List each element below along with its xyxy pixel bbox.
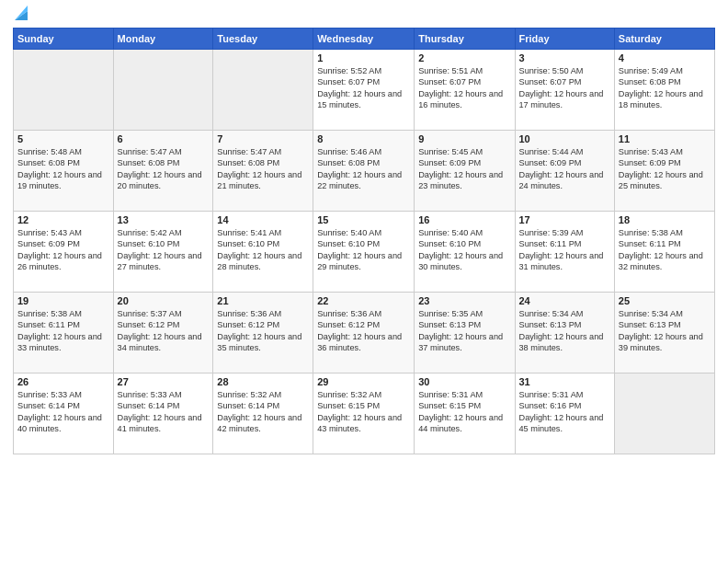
calendar-cell: 1Sunrise: 5:52 AM Sunset: 6:07 PM Daylig… [313, 50, 415, 131]
day-info: Sunrise: 5:50 AM Sunset: 6:07 PM Dayligh… [519, 65, 610, 111]
day-info: Sunrise: 5:31 AM Sunset: 6:15 PM Dayligh… [418, 389, 510, 435]
calendar-cell: 2Sunrise: 5:51 AM Sunset: 6:07 PM Daylig… [415, 50, 515, 131]
day-number: 18 [619, 214, 711, 225]
day-info: Sunrise: 5:44 AM Sunset: 6:09 PM Dayligh… [519, 146, 610, 192]
calendar-cell: 25Sunrise: 5:34 AM Sunset: 6:13 PM Dayli… [614, 293, 714, 373]
day-info: Sunrise: 5:43 AM Sunset: 6:09 PM Dayligh… [17, 227, 109, 273]
day-info: Sunrise: 5:40 AM Sunset: 6:10 PM Dayligh… [317, 227, 410, 273]
calendar-cell: 21Sunrise: 5:36 AM Sunset: 6:12 PM Dayli… [213, 293, 313, 373]
day-info: Sunrise: 5:36 AM Sunset: 6:12 PM Dayligh… [217, 308, 309, 354]
day-number: 16 [418, 214, 510, 225]
calendar-cell: 3Sunrise: 5:50 AM Sunset: 6:07 PM Daylig… [515, 50, 614, 131]
day-info: Sunrise: 5:35 AM Sunset: 6:13 PM Dayligh… [418, 308, 510, 354]
day-info: Sunrise: 5:51 AM Sunset: 6:07 PM Dayligh… [418, 65, 510, 111]
calendar-cell: 15Sunrise: 5:40 AM Sunset: 6:10 PM Dayli… [313, 212, 415, 293]
day-info: Sunrise: 5:32 AM Sunset: 6:14 PM Dayligh… [217, 389, 309, 435]
day-info: Sunrise: 5:33 AM Sunset: 6:14 PM Dayligh… [118, 389, 210, 435]
day-number: 11 [619, 133, 711, 144]
calendar-cell: 31Sunrise: 5:31 AM Sunset: 6:16 PM Dayli… [515, 373, 614, 454]
day-number: 23 [418, 295, 510, 306]
calendar-cell: 19Sunrise: 5:38 AM Sunset: 6:11 PM Dayli… [14, 293, 114, 373]
day-number: 21 [217, 295, 309, 306]
calendar-cell: 22Sunrise: 5:36 AM Sunset: 6:12 PM Dayli… [313, 293, 415, 373]
day-info: Sunrise: 5:31 AM Sunset: 6:16 PM Dayligh… [519, 389, 610, 435]
day-info: Sunrise: 5:47 AM Sunset: 6:08 PM Dayligh… [217, 146, 309, 192]
day-number: 28 [217, 376, 309, 387]
day-number: 6 [118, 133, 210, 144]
day-number: 3 [519, 52, 610, 63]
day-info: Sunrise: 5:48 AM Sunset: 6:08 PM Dayligh… [17, 146, 109, 192]
week-row-0: 1Sunrise: 5:52 AM Sunset: 6:07 PM Daylig… [14, 50, 715, 131]
dow-header-friday: Friday [515, 29, 614, 50]
calendar-cell: 5Sunrise: 5:48 AM Sunset: 6:08 PM Daylig… [14, 131, 114, 212]
calendar-cell [213, 50, 313, 131]
calendar-cell [614, 373, 714, 454]
week-row-4: 26Sunrise: 5:33 AM Sunset: 6:14 PM Dayli… [14, 373, 715, 454]
calendar-cell: 26Sunrise: 5:33 AM Sunset: 6:14 PM Dayli… [14, 373, 114, 454]
day-number: 27 [118, 376, 210, 387]
logo-icon [15, 4, 28, 20]
day-number: 4 [619, 52, 711, 63]
day-info: Sunrise: 5:33 AM Sunset: 6:14 PM Dayligh… [17, 389, 109, 435]
day-info: Sunrise: 5:49 AM Sunset: 6:08 PM Dayligh… [619, 65, 711, 111]
day-info: Sunrise: 5:41 AM Sunset: 6:10 PM Dayligh… [217, 227, 309, 273]
day-number: 12 [17, 214, 109, 225]
day-info: Sunrise: 5:46 AM Sunset: 6:08 PM Dayligh… [317, 146, 410, 192]
day-info: Sunrise: 5:42 AM Sunset: 6:10 PM Dayligh… [118, 227, 210, 273]
day-number: 25 [619, 295, 711, 306]
header [13, 9, 715, 20]
day-info: Sunrise: 5:43 AM Sunset: 6:09 PM Dayligh… [619, 146, 711, 192]
calendar-cell: 7Sunrise: 5:47 AM Sunset: 6:08 PM Daylig… [213, 131, 313, 212]
calendar-cell: 27Sunrise: 5:33 AM Sunset: 6:14 PM Dayli… [113, 373, 213, 454]
day-number: 13 [118, 214, 210, 225]
calendar-cell: 12Sunrise: 5:43 AM Sunset: 6:09 PM Dayli… [14, 212, 114, 293]
dow-header-monday: Monday [113, 29, 213, 50]
calendar-cell: 23Sunrise: 5:35 AM Sunset: 6:13 PM Dayli… [415, 293, 515, 373]
week-row-1: 5Sunrise: 5:48 AM Sunset: 6:08 PM Daylig… [14, 131, 715, 212]
page: SundayMondayTuesdayWednesdayThursdayFrid… [0, 0, 728, 563]
day-info: Sunrise: 5:34 AM Sunset: 6:13 PM Dayligh… [619, 308, 711, 354]
day-info: Sunrise: 5:39 AM Sunset: 6:11 PM Dayligh… [519, 227, 610, 273]
calendar-cell: 13Sunrise: 5:42 AM Sunset: 6:10 PM Dayli… [113, 212, 213, 293]
dow-header-sunday: Sunday [14, 29, 114, 50]
day-number: 14 [217, 214, 309, 225]
day-info: Sunrise: 5:34 AM Sunset: 6:13 PM Dayligh… [519, 308, 610, 354]
day-number: 10 [519, 133, 610, 144]
calendar-cell: 29Sunrise: 5:32 AM Sunset: 6:15 PM Dayli… [313, 373, 415, 454]
day-info: Sunrise: 5:47 AM Sunset: 6:08 PM Dayligh… [118, 146, 210, 192]
calendar-body: 1Sunrise: 5:52 AM Sunset: 6:07 PM Daylig… [14, 50, 715, 454]
day-number: 2 [418, 52, 510, 63]
day-number: 24 [519, 295, 610, 306]
day-number: 29 [317, 376, 410, 387]
day-number: 22 [317, 295, 410, 306]
day-number: 9 [418, 133, 510, 144]
day-info: Sunrise: 5:38 AM Sunset: 6:11 PM Dayligh… [619, 227, 711, 273]
calendar-cell [113, 50, 213, 131]
calendar-cell: 8Sunrise: 5:46 AM Sunset: 6:08 PM Daylig… [313, 131, 415, 212]
calendar-cell: 4Sunrise: 5:49 AM Sunset: 6:08 PM Daylig… [614, 50, 714, 131]
week-row-3: 19Sunrise: 5:38 AM Sunset: 6:11 PM Dayli… [14, 293, 715, 373]
calendar-cell: 10Sunrise: 5:44 AM Sunset: 6:09 PM Dayli… [515, 131, 614, 212]
calendar-cell: 17Sunrise: 5:39 AM Sunset: 6:11 PM Dayli… [515, 212, 614, 293]
calendar-cell: 20Sunrise: 5:37 AM Sunset: 6:12 PM Dayli… [113, 293, 213, 373]
calendar-cell: 9Sunrise: 5:45 AM Sunset: 6:09 PM Daylig… [415, 131, 515, 212]
logo [13, 9, 28, 20]
day-info: Sunrise: 5:52 AM Sunset: 6:07 PM Dayligh… [317, 65, 410, 111]
day-number: 7 [217, 133, 309, 144]
day-info: Sunrise: 5:37 AM Sunset: 6:12 PM Dayligh… [118, 308, 210, 354]
day-number: 20 [118, 295, 210, 306]
calendar-cell: 18Sunrise: 5:38 AM Sunset: 6:11 PM Dayli… [614, 212, 714, 293]
dow-header-wednesday: Wednesday [313, 29, 415, 50]
day-number: 15 [317, 214, 410, 225]
day-info: Sunrise: 5:36 AM Sunset: 6:12 PM Dayligh… [317, 308, 410, 354]
day-number: 31 [519, 376, 610, 387]
calendar: SundayMondayTuesdayWednesdayThursdayFrid… [13, 28, 715, 454]
day-info: Sunrise: 5:38 AM Sunset: 6:11 PM Dayligh… [17, 308, 109, 354]
calendar-cell: 28Sunrise: 5:32 AM Sunset: 6:14 PM Dayli… [213, 373, 313, 454]
day-info: Sunrise: 5:45 AM Sunset: 6:09 PM Dayligh… [418, 146, 510, 192]
calendar-cell: 11Sunrise: 5:43 AM Sunset: 6:09 PM Dayli… [614, 131, 714, 212]
calendar-cell: 16Sunrise: 5:40 AM Sunset: 6:10 PM Dayli… [415, 212, 515, 293]
days-of-week-row: SundayMondayTuesdayWednesdayThursdayFrid… [14, 29, 715, 50]
calendar-cell [14, 50, 114, 131]
calendar-cell: 6Sunrise: 5:47 AM Sunset: 6:08 PM Daylig… [113, 131, 213, 212]
